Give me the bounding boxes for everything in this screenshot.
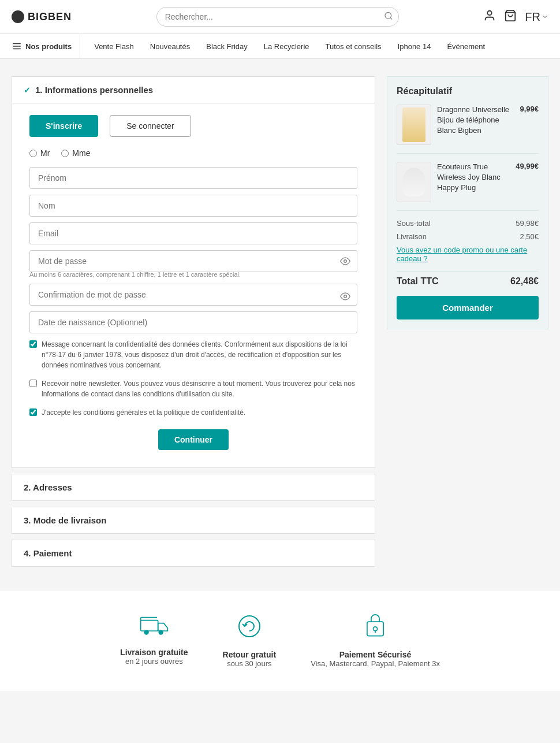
product-price-2: 49,99€ (516, 162, 539, 170)
feature-livraison-sub: en 2 jours ouvrés (120, 657, 188, 666)
sous-total-label: Sous-total (397, 219, 431, 228)
svg-point-14 (373, 627, 377, 631)
confirm-password-input[interactable] (29, 284, 357, 306)
svg-point-7 (344, 260, 347, 263)
chevron-down-icon (542, 13, 548, 20)
delivery-icon (120, 614, 188, 642)
summary-panel: Récapitulatif Dragonne Universelle Bijou… (387, 76, 548, 573)
email-input[interactable] (29, 222, 357, 244)
feature-livraison: Livraison gratuite en 2 jours ouvrés (120, 614, 188, 668)
nav-item-black-friday[interactable]: Black Friday (198, 35, 256, 58)
step4-title: 4. Paiement (24, 548, 72, 558)
summary-item-1: Dragonne Universelle Bijou de téléphone … (397, 105, 539, 154)
product-name-1: Dragonne Universelle Bijou de téléphone … (437, 105, 515, 136)
search-button[interactable] (384, 12, 393, 23)
radio-mme[interactable] (61, 150, 69, 157)
summary-item-2: Ecouteurs True Wireless Joy Blanc Happy … (397, 162, 539, 211)
step3-title: 3. Mode de livraison (24, 515, 106, 525)
cart-icon[interactable] (504, 9, 517, 25)
step2-block: 2. Adresses (12, 474, 375, 501)
svg-point-12 (239, 616, 260, 637)
feature-paiement-sub: Visa, Mastercard, Paypal, Paiement 3x (311, 659, 440, 668)
login-buttons: S'inscrire Se connecter (29, 115, 357, 137)
svg-point-10 (144, 630, 148, 634)
continuer-button[interactable]: Continuer (158, 429, 229, 450)
birthdate-input[interactable] (29, 311, 357, 333)
feature-retour-sub: sous 30 jours (223, 659, 277, 668)
product-name-2: Ecouteurs True Wireless Joy Blanc Happy … (437, 162, 511, 194)
step3-block: 3. Mode de livraison (12, 507, 375, 534)
product-info-1: Dragonne Universelle Bijou de téléphone … (437, 105, 515, 136)
radio-mr-label[interactable]: Mr (29, 148, 50, 158)
step1-content: S'inscrire Se connecter Mr Mme (12, 103, 375, 467)
radio-mr[interactable] (29, 150, 37, 157)
nav-item-nouveautes[interactable]: Nouveautés (142, 35, 198, 58)
feature-paiement: Paiement Sécurisé Visa, Mastercard, Payp… (311, 614, 440, 668)
logo[interactable]: BIGBEN (12, 10, 72, 23)
nom-input[interactable] (29, 195, 357, 217)
nav-item-evenement[interactable]: Événement (439, 35, 493, 58)
password-wrapper (29, 250, 357, 274)
total-label: Total TTC (397, 276, 439, 287)
step1-block: ✓ 1. Informations personnelles S'inscrir… (12, 76, 375, 468)
step1-title: 1. Informations personnelles (35, 85, 153, 95)
step1-check-icon: ✓ (24, 86, 31, 95)
privacy-checkbox[interactable] (29, 340, 37, 348)
hamburger-menu[interactable]: Nos produits (12, 34, 80, 58)
nav-item-vente-flash[interactable]: Vente Flash (86, 35, 142, 58)
summary-title: Récapitulatif (397, 86, 539, 96)
commander-button[interactable]: Commander (397, 296, 539, 320)
main-content: ✓ 1. Informations personnelles S'inscrir… (0, 76, 560, 573)
return-icon (223, 614, 277, 644)
product-price-1: 9,99€ (520, 105, 539, 113)
terms-label: J'accepte les conditions générales et la… (42, 407, 245, 418)
lang-text: FR (525, 10, 540, 24)
product-info-2: Ecouteurs True Wireless Joy Blanc Happy … (437, 162, 511, 194)
search-icon (384, 12, 393, 21)
feature-retour-title: Retour gratuit (223, 650, 277, 659)
register-button[interactable]: S'inscrire (29, 115, 98, 137)
total-value: 62,48€ (510, 276, 539, 287)
feature-paiement-title: Paiement Sécurisé (311, 650, 440, 659)
radio-mme-label[interactable]: Mme (61, 148, 90, 158)
privacy-label: Message concernant la confidentialité de… (42, 339, 357, 370)
step1-header: ✓ 1. Informations personnelles (12, 77, 375, 103)
continuer-wrapper: Continuer (29, 429, 357, 450)
password-eye-icon[interactable] (340, 256, 350, 269)
svg-line-1 (390, 18, 392, 20)
terms-checkbox-group: J'accepte les conditions générales et la… (29, 407, 357, 418)
terms-checkbox[interactable] (29, 408, 37, 416)
login-button[interactable]: Se connecter (110, 115, 191, 137)
feature-livraison-title: Livraison gratuite (120, 648, 188, 657)
header-icons: FR (483, 9, 548, 25)
prenom-input[interactable] (29, 167, 357, 189)
step2-title: 2. Adresses (24, 482, 72, 492)
password-input[interactable] (29, 250, 357, 272)
confirm-password-eye-icon[interactable] (340, 291, 350, 304)
newsletter-checkbox[interactable] (29, 380, 37, 387)
search-input[interactable] (156, 7, 399, 27)
language-selector[interactable]: FR (525, 10, 548, 24)
user-icon[interactable] (483, 9, 496, 25)
privacy-checkbox-group: Message concernant la confidentialité de… (29, 339, 357, 370)
svg-point-8 (344, 295, 347, 298)
product-image-1 (397, 105, 431, 145)
secure-payment-icon (311, 614, 440, 644)
nav-item-recyclerie[interactable]: La Recyclerie (256, 35, 318, 58)
nav-item-tutos[interactable]: Tutos et conseils (318, 35, 390, 58)
livraison-value: 2,50€ (520, 232, 539, 241)
confirm-password-wrapper (29, 284, 357, 311)
nav-item-iphone[interactable]: Iphone 14 (390, 35, 439, 58)
promo-link[interactable]: Vous avez un code promo ou une carte cad… (397, 246, 539, 263)
summary-box: Récapitulatif Dragonne Universelle Bijou… (387, 76, 548, 329)
svg-rect-13 (367, 622, 383, 636)
livraison-row: Livraison 2,50€ (397, 232, 539, 241)
logo-text: BIGBEN (28, 11, 72, 23)
search-bar (156, 7, 399, 27)
livraison-label: Livraison (397, 232, 427, 241)
step4-block: 4. Paiement (12, 540, 375, 567)
menu-icon (12, 41, 22, 51)
navigation: Nos produits Vente Flash Nouveautés Blac… (0, 34, 560, 59)
svg-point-2 (488, 10, 492, 14)
left-section: ✓ 1. Informations personnelles S'inscrir… (12, 76, 375, 573)
